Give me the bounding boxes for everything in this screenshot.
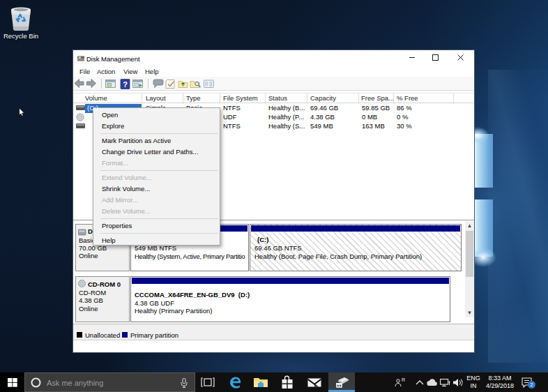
svg-text:R: R (402, 378, 405, 382)
svg-text:?: ? (123, 80, 128, 89)
